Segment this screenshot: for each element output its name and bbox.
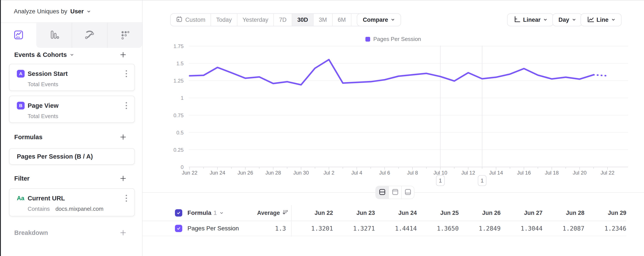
insights-line-chart-icon [13,29,24,41]
formula-expression[interactable]: Pages Per Session (B / A) [17,153,93,160]
x-axis-tick-label: Jul 4 [351,170,362,176]
add-event-button[interactable] [119,51,127,59]
tab-bar-chart[interactable] [36,23,72,48]
mixpanel-insights-report: { "colors": { "accent_purple": "#7856FF"… [0,0,644,256]
row-average-value: 1.3 [275,225,291,232]
table-date-header[interactable]: Jun 26 [459,210,500,216]
panel-layout-toggle [376,186,414,199]
table-row-pages-per-session[interactable]: Pages Per Session 1.3 1.32011.32711.4414… [142,221,626,236]
y-scale-button[interactable]: Linear [507,13,554,26]
event-card-session-start[interactable]: A Session Start Total Events [9,64,135,91]
event-letter-badge: B [17,102,24,110]
tab-flows[interactable] [72,23,107,48]
analyze-label: Analyze Uniques by [14,8,67,15]
analyze-uniques-row: Analyze Uniques by User [1,0,142,23]
filter-card-current-url[interactable]: Aa Current URL Contains docs.mixpanel.co… [9,188,135,216]
range-yesterday[interactable]: Yesterday [237,14,274,26]
table-cell-value: 1.2087 [542,225,584,232]
line-chart-icon [586,15,594,24]
table-date-header[interactable]: Jun 23 [333,210,375,216]
event-name[interactable]: Session Start [28,70,68,77]
chevron-down-icon [543,16,548,23]
toggle-split-view[interactable] [376,186,388,199]
filter-operator[interactable]: Contains [28,206,50,212]
range-custom[interactable]: Custom [170,14,210,26]
range-today[interactable]: Today [210,14,237,26]
bottom-panel-icon [404,188,412,197]
table-date-header[interactable]: Jun 25 [417,210,459,216]
formula-column-header[interactable]: Formula [188,209,211,216]
kebab-menu-icon[interactable] [125,69,128,78]
y-axis-tick-label: 0 [181,164,184,170]
average-column-header[interactable]: Average [257,209,291,217]
add-filter-button[interactable] [119,175,127,182]
annotation-count: 1 [439,177,442,184]
kebab-menu-icon[interactable] [125,194,128,203]
range-7d[interactable]: 7D [274,14,292,26]
table-date-header[interactable]: Jun 27 [500,210,542,216]
annotation-count: 1 [480,177,484,184]
y-axis-tick-label: 0.5 [176,130,184,135]
bar-chart-icon [48,29,60,41]
select-all-checkbox[interactable] [175,209,182,217]
series-line-provisional [594,75,608,76]
add-breakdown-button[interactable] [119,229,127,237]
chart-type-button[interactable]: Line [580,13,622,26]
retention-grid-icon [119,29,130,41]
table-date-header[interactable]: Jun 28 [542,210,584,216]
events-cohorts-header: Events & Cohorts [14,50,127,59]
tab-insights[interactable] [1,23,36,48]
event-aggregation[interactable]: Total Events [28,81,58,88]
sort-icon [282,209,288,217]
filter-property-name[interactable]: Current URL [28,195,65,202]
event-aggregation[interactable]: Total Events [28,113,58,120]
range-3m[interactable]: 3M [313,14,332,26]
kebab-menu-icon[interactable] [125,101,128,110]
y-axis-tick-label: 1.75 [174,43,184,49]
x-axis-tick-label: Jun 30 [293,170,309,176]
chevron-down-icon[interactable] [70,53,74,57]
row-checkbox[interactable] [175,225,182,232]
range-6m[interactable]: 6M [332,14,351,26]
event-card-page-view[interactable]: B Page View Total Events [9,96,135,123]
toggle-chart-only-view[interactable] [388,186,401,199]
y-axis-tick-label: 0.75 [174,113,184,118]
filter-value[interactable]: docs.mixpanel.com [56,206,104,212]
row-series-name: Pages Per Session [188,225,239,232]
table-date-header[interactable]: Jun 22 [291,210,333,216]
table-date-header[interactable]: Jun 29 [584,210,626,216]
table-cell-value: 1.4414 [375,225,417,232]
line-chart-svg[interactable]: 00.250.50.7511.251.51.7511Jun 22Jun 24Ju… [142,30,644,195]
table-column-divider [291,205,292,237]
filter-title: Filter [14,175,30,182]
add-formula-button[interactable] [119,133,127,141]
table-date-header[interactable]: Jun 24 [375,210,417,216]
x-axis-tick-label: Jun 28 [266,170,281,176]
visualization-tabs [1,23,142,48]
events-cohorts-title[interactable]: Events & Cohorts [14,51,67,58]
x-axis-tick-label: Jun 24 [210,170,225,176]
formula-card[interactable]: Pages Per Session (B / A) [9,148,135,165]
table-cell-value: 1.3271 [333,225,375,232]
chevron-down-icon[interactable] [220,211,224,215]
chevron-down-icon[interactable] [86,9,91,14]
compare-button[interactable]: Compare [357,13,401,26]
table-cell-value: 1.2849 [459,225,500,232]
y-axis-tick-label: 0.25 [174,147,184,153]
x-axis-tick-label: Jun 22 [182,170,198,176]
table-cell-value: 1.3044 [500,225,542,232]
x-axis-tick-label: Jul 18 [545,170,559,176]
chevron-down-icon [611,16,616,23]
tab-retention[interactable] [107,23,142,48]
table-cell-value: 1.2346 [584,225,626,232]
range-30d-selected[interactable]: 30D [292,14,313,26]
formulas-header: Formulas [14,133,127,141]
x-axis-tick-label: Jul 22 [600,170,614,176]
x-axis-tick-label: Jun 26 [238,170,253,176]
analyze-value-dropdown[interactable]: User [70,8,84,15]
event-name[interactable]: Page View [28,102,58,109]
top-panel-icon [392,188,399,197]
interval-button[interactable]: Day [552,13,582,26]
toggle-table-only-view[interactable] [401,186,414,199]
event-letter-badge: A [17,70,24,78]
